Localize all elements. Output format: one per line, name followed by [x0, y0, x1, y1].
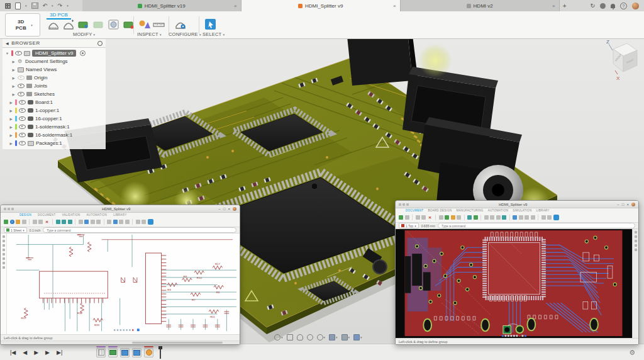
tool-icon[interactable] — [142, 220, 146, 224]
tool-icon[interactable] — [96, 220, 101, 224]
tab-automation[interactable]: AUTOMATION — [488, 209, 509, 212]
tool-icon[interactable] — [4, 220, 8, 224]
inspect-group-label[interactable]: INSPECT ▾ — [137, 31, 162, 37]
sync-icon[interactable]: ↻ — [590, 3, 595, 9]
close-tab-icon[interactable]: × — [552, 3, 555, 9]
pcb-canvas[interactable] — [396, 229, 632, 338]
expand-icon[interactable]: ▶ — [11, 76, 16, 80]
job-status-icon[interactable] — [600, 3, 606, 9]
redo-icon[interactable]: ↷ — [58, 3, 63, 9]
visibility-eye-icon[interactable] — [19, 141, 26, 145]
tool-icon[interactable] — [33, 220, 37, 224]
tool-icon[interactable] — [421, 215, 426, 220]
app-grid-icon[interactable] — [5, 3, 11, 9]
layer-selector[interactable]: 1 Top ▾ — [399, 223, 419, 228]
tool-icon[interactable] — [91, 220, 95, 224]
step-forward-button[interactable]: ▶ — [45, 349, 50, 356]
tab-hdmi-splitter-v19[interactable]: HDMI_Splitter v19 × — [82, 0, 242, 11]
info-icon[interactable]: i — [10, 220, 14, 224]
minimize-icon[interactable]: − — [617, 203, 619, 206]
pcb-side-tools[interactable] — [632, 229, 638, 338]
tool-icon[interactable] — [107, 220, 111, 224]
sidebar-item-joints[interactable]: ▶ Joints — [3, 82, 106, 90]
expand-icon[interactable]: ▼ — [5, 52, 9, 55]
configure-icon[interactable] — [174, 18, 187, 31]
tool-icon[interactable] — [68, 220, 72, 224]
tool-icon[interactable] — [136, 220, 140, 224]
save-icon[interactable] — [31, 3, 38, 9]
tab-document[interactable]: DOCUMENT — [38, 213, 55, 217]
sidebar-item-origin[interactable]: ▶ Origin — [3, 74, 106, 82]
tool-icon[interactable] — [38, 220, 43, 224]
view-cube[interactable]: FRONT RIGHT Z X — [594, 35, 643, 82]
sidebar-item-board[interactable]: ▶ Board:1 — [3, 98, 106, 106]
user-avatar[interactable] — [632, 3, 639, 9]
tab-hdmi-v2[interactable]: HDMI v2 × — [401, 0, 560, 11]
expand-icon[interactable]: ▶ — [11, 60, 16, 64]
tab-library[interactable]: LIBRARY — [536, 209, 549, 212]
undo-caret-icon[interactable]: ▾ — [52, 4, 53, 8]
step-back-button[interactable]: ◀ — [23, 349, 27, 356]
tab-hdmi-splitter-v9[interactable]: HDMI_Splitter v9 × — [242, 0, 401, 11]
browser-root-row[interactable]: ▼ HDMI_Splitter v9 — [3, 49, 106, 57]
tool-icon[interactable] — [496, 215, 501, 220]
tool-icon[interactable] — [513, 215, 517, 220]
tool-icon[interactable] — [457, 215, 461, 220]
minimize-icon[interactable]: − — [218, 207, 221, 211]
close-icon[interactable]: × — [228, 207, 230, 211]
visibility-eye-icon[interactable] — [18, 76, 25, 80]
interference-icon[interactable] — [137, 18, 151, 31]
visibility-eye-icon[interactable] — [19, 133, 26, 137]
mini-layerbar[interactable] — [502, 335, 526, 337]
sheet-selector[interactable]: 1 Sheet ▾ — [4, 227, 27, 233]
push-component-icon[interactable] — [47, 18, 60, 31]
timeline-item-feature-2[interactable] — [132, 348, 142, 357]
expand-icon[interactable]: ▶ — [11, 84, 16, 88]
tool-icon[interactable] — [79, 220, 83, 224]
settings-gear-icon[interactable]: ⚙ — [629, 349, 644, 357]
tool-icon[interactable] — [502, 215, 506, 220]
tool-icon[interactable] — [484, 215, 489, 220]
select-tool-icon[interactable] — [553, 215, 559, 220]
tool-icon[interactable] — [451, 215, 455, 220]
schematic-side-tools[interactable] — [1, 233, 7, 334]
redo-caret-icon[interactable]: ▾ — [67, 4, 69, 8]
expand-icon[interactable]: ▶ — [9, 133, 13, 137]
tab-automation[interactable]: AUTOMATION — [87, 213, 108, 217]
fit-icon[interactable]: ▾ — [317, 334, 326, 340]
schematic-window-titlebar[interactable]: HDMI_Splitter v9 − □ × — [1, 205, 240, 213]
tab-design[interactable]: DESIGN — [19, 213, 31, 217]
workspace-switcher-button[interactable]: 3D PCB ▾ — [5, 13, 40, 37]
pcb-window-titlebar[interactable]: HDMI_Splitter v9 − □ × — [396, 201, 638, 208]
help-icon[interactable]: ? — [620, 3, 627, 9]
display-settings-icon[interactable]: ▾ — [329, 334, 338, 340]
timeline-item-component[interactable] — [144, 348, 153, 357]
go-to-start-button[interactable]: |◀ — [10, 349, 16, 356]
maximize-icon[interactable]: □ — [622, 203, 625, 206]
doc-options-icon[interactable] — [80, 50, 86, 56]
tool-icon[interactable] — [399, 215, 403, 220]
undo-icon[interactable]: ↶ — [43, 3, 48, 9]
move-component-icon[interactable] — [62, 18, 75, 31]
pcb-editor-window[interactable]: HDMI_Splitter v9 − □ × DOCUMENT BOARD DE… — [395, 200, 639, 345]
play-button[interactable]: ▶ — [34, 349, 38, 356]
sidebar-item-packages[interactable]: ▶ Packages:1 — [3, 139, 106, 147]
tool-icon[interactable] — [445, 215, 449, 220]
sidebar-item-soldermask-16[interactable]: ▶ 16-soldermask:1 — [3, 131, 106, 139]
tool-icon[interactable] — [84, 220, 89, 224]
tool-icon[interactable] — [416, 215, 420, 220]
visibility-eye-icon[interactable] — [19, 116, 26, 121]
pan-icon[interactable] — [297, 334, 303, 340]
command-input[interactable] — [43, 227, 236, 233]
visibility-eye-icon[interactable] — [19, 100, 26, 104]
visibility-eye-icon[interactable] — [18, 92, 25, 96]
close-icon[interactable]: × — [626, 203, 629, 206]
timeline-item-feature-1[interactable] — [120, 348, 130, 357]
viewports-icon[interactable]: ▾ — [353, 334, 362, 340]
close-tab-icon[interactable]: × — [234, 3, 237, 9]
tab-library[interactable]: LIBRARY — [113, 213, 126, 217]
visibility-eye-icon[interactable] — [18, 84, 25, 88]
collapse-panel-icon[interactable]: ◀ — [6, 41, 9, 45]
root-label[interactable]: HDMI_Splitter v9 — [32, 50, 76, 57]
file-menu-caret-icon[interactable]: ▾ — [25, 4, 27, 8]
